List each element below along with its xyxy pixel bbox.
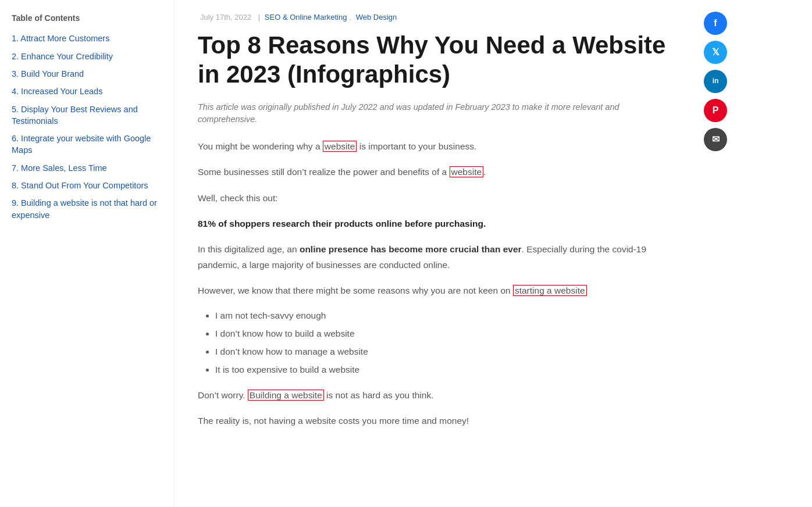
para6-end: is not as hard as you think. bbox=[324, 390, 434, 400]
social-sidebar: f 𝕏 in P ✉ bbox=[698, 0, 733, 507]
para-1: You might be wondering why a website is … bbox=[198, 139, 675, 154]
para2-text-start: Some businesses still don’t realize the … bbox=[198, 167, 450, 177]
toc-title: Table of Contents bbox=[12, 12, 162, 24]
category-web-design[interactable]: Web Design bbox=[356, 13, 397, 22]
toc-list: 1. Attract More Customers 2. Enhance You… bbox=[12, 33, 162, 221]
meta-separator: | bbox=[258, 13, 262, 22]
toc-item-6[interactable]: 6. Integrate your website with Google Ma… bbox=[12, 133, 162, 156]
toc-link-3[interactable]: 3. Build Your Brand bbox=[12, 68, 162, 80]
toc-link-4[interactable]: 4. Increased Your Leads bbox=[12, 85, 162, 97]
linkedin-share-button[interactable]: in bbox=[704, 70, 727, 93]
pinterest-share-button[interactable]: P bbox=[704, 99, 727, 122]
para1-text-start: You might be wondering why a bbox=[198, 141, 323, 151]
toc-link-2[interactable]: 2. Enhance Your Credibility bbox=[12, 51, 162, 62]
toc-item-9[interactable]: 9. Building a website is not that hard o… bbox=[12, 197, 162, 221]
twitter-icon: 𝕏 bbox=[712, 45, 720, 60]
para-5: However, we know that there might be som… bbox=[198, 283, 675, 298]
toc-item-7[interactable]: 7. More Sales, Less Time bbox=[12, 162, 162, 174]
para-3: Well, check this out: bbox=[198, 191, 675, 206]
facebook-icon: f bbox=[714, 16, 717, 31]
building-website-link[interactable]: Building a website bbox=[248, 390, 324, 401]
main-content: July 17th, 2022 | SEO & Online Marketing… bbox=[174, 0, 698, 507]
stat-highlight: 81% of shoppers research their products … bbox=[198, 216, 675, 231]
reasons-list: I am not tech-savvy enough I don’t know … bbox=[215, 309, 675, 377]
email-share-button[interactable]: ✉ bbox=[704, 128, 727, 151]
para1-text-end: is important to your business. bbox=[357, 141, 476, 151]
list-item-3: I don’t know how to manage a website bbox=[215, 345, 675, 359]
toc-link-5[interactable]: 5. Display Your Best Reviews and Testimo… bbox=[12, 103, 162, 127]
toc-item-2[interactable]: 2. Enhance Your Credibility bbox=[12, 51, 162, 62]
linkedin-icon: in bbox=[713, 76, 719, 87]
article-date: July 17th, 2022 bbox=[200, 13, 251, 22]
para6-start: Don’t worry. bbox=[198, 390, 248, 400]
toc-link-8[interactable]: 8. Stand Out From Your Competitors bbox=[12, 180, 162, 191]
toc-link-6[interactable]: 6. Integrate your website with Google Ma… bbox=[12, 133, 162, 156]
para-6: Don’t worry. Building a website is not a… bbox=[198, 388, 675, 403]
table-of-contents-sidebar: Table of Contents 1. Attract More Custom… bbox=[0, 0, 174, 507]
article-body: You might be wondering why a website is … bbox=[198, 139, 675, 429]
toc-item-4[interactable]: 4. Increased Your Leads bbox=[12, 85, 162, 97]
facebook-share-button[interactable]: f bbox=[704, 12, 727, 35]
category-seo[interactable]: SEO & Online Marketing bbox=[265, 13, 347, 22]
list-item-1: I am not tech-savvy enough bbox=[215, 309, 675, 323]
website-link-2[interactable]: website bbox=[450, 166, 484, 177]
twitter-share-button[interactable]: 𝕏 bbox=[704, 41, 727, 64]
website-link-1[interactable]: website bbox=[323, 141, 357, 152]
toc-item-3[interactable]: 3. Build Your Brand bbox=[12, 68, 162, 80]
list-item-2: I don’t know how to build a website bbox=[215, 327, 675, 341]
para-4: In this digitalized age, an online prese… bbox=[198, 242, 675, 273]
para4-bold: online presence has become more crucial … bbox=[300, 244, 522, 254]
toc-link-9[interactable]: 9. Building a website is not that hard o… bbox=[12, 197, 162, 221]
article-subtitle: This article was originally published in… bbox=[198, 101, 675, 127]
toc-item-5[interactable]: 5. Display Your Best Reviews and Testimo… bbox=[12, 103, 162, 127]
list-item-4: It is too expensive to build a website bbox=[215, 363, 675, 377]
starting-website-link[interactable]: starting a website bbox=[513, 285, 587, 296]
para5-start: However, we know that there might be som… bbox=[198, 285, 513, 295]
article-meta: July 17th, 2022 | SEO & Online Marketing… bbox=[198, 12, 675, 24]
toc-item-8[interactable]: 8. Stand Out From Your Competitors bbox=[12, 180, 162, 191]
pinterest-icon: P bbox=[713, 103, 719, 118]
email-icon: ✉ bbox=[712, 132, 720, 147]
toc-item-1[interactable]: 1. Attract More Customers bbox=[12, 33, 162, 44]
para4-start: In this digitalized age, an bbox=[198, 244, 300, 254]
article-title: Top 8 Reasons Why You Need a Website in … bbox=[198, 31, 675, 90]
toc-link-7[interactable]: 7. More Sales, Less Time bbox=[12, 162, 162, 174]
para-2: Some businesses still don’t realize the … bbox=[198, 165, 675, 180]
toc-link-1[interactable]: 1. Attract More Customers bbox=[12, 33, 162, 44]
para2-text-end: . bbox=[483, 167, 486, 177]
para-7: The reality is, not having a website cos… bbox=[198, 413, 675, 429]
